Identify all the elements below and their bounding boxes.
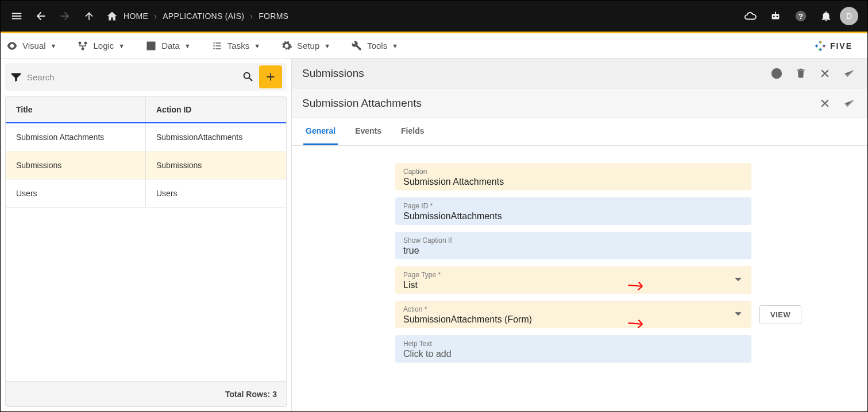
th-title[interactable]: Title [6,97,146,122]
cell-action-id: Submissions [146,151,286,179]
filter-icon[interactable] [10,71,22,83]
tab-events[interactable]: Events [353,118,384,145]
caret-down-icon: ▼ [254,42,260,49]
tab-general[interactable]: General [303,118,338,145]
table-row[interactable]: Submissions Submissions [6,151,286,180]
brand-logo: FIVE [814,40,862,52]
bot-icon[interactable] [764,5,787,28]
avatar[interactable]: D [840,7,858,25]
help-text-field[interactable]: Help Text Click to add [395,335,751,363]
field-value: SubmissionAttachments (Form) [403,314,743,325]
menu-setup-label: Setup [297,41,319,50]
page-id-field[interactable]: Page ID * SubmissionAttachments [395,197,751,225]
cell-action-id: SubmissionAttachments [146,123,286,151]
page-type-field[interactable]: Page Type * List [395,266,751,294]
table-footer: Total Rows: 3 [6,381,286,406]
topbar-left: HOME › APPLICATIONS (AIS) › FORMS [5,5,293,28]
field-label: Page Type * [403,271,743,279]
total-rows: Total Rows: 3 [225,390,277,399]
caret-down-icon: ▼ [324,42,330,49]
chevron-right-icon: › [250,11,253,21]
check-icon[interactable] [841,95,857,111]
back-icon[interactable] [29,5,52,28]
cloud-icon[interactable] [739,5,762,28]
chevron-down-icon [733,309,743,321]
panel-header-submissions: Submissions [292,59,867,88]
svg-point-7 [84,41,87,44]
menu-visual[interactable]: Visual▼ [6,40,56,52]
close-icon[interactable] [817,95,833,111]
menu-tools[interactable]: Tools▼ [351,40,398,52]
panel-title: Submission Attachments [302,97,422,110]
caret-down-icon: ▼ [184,42,191,49]
crumb-forms[interactable]: FORMS [259,11,288,21]
check-icon[interactable] [841,65,857,81]
delete-icon[interactable] [793,65,809,81]
topbar: HOME › APPLICATIONS (AIS) › FORMS ? D [1,1,867,32]
cell-action-id: Users [146,180,286,207]
right-panel: Submissions Submission Attachments Gener… [291,59,867,411]
search-icon[interactable] [242,71,254,83]
panel-header-attachments: Submission Attachments [292,88,867,118]
cell-title: Submission Attachments [6,123,146,151]
panel-actions [817,95,857,111]
chevron-down-icon [733,274,743,286]
caption-field[interactable]: Caption Submission Attachments [395,163,751,191]
back-circle-icon[interactable] [769,65,785,81]
crumb-home[interactable]: HOME [124,11,148,21]
notifications-icon[interactable] [815,5,838,28]
cell-title: Users [6,180,146,207]
help-icon[interactable]: ? [789,5,812,28]
svg-rect-3 [775,12,776,14]
field-label: Page ID * [403,202,743,210]
search-row [5,63,287,91]
left-panel: Title Action ID Submission Attachments S… [1,59,291,411]
table-row[interactable]: Users Users [6,180,286,208]
form-area: Caption Submission Attachments Page ID *… [292,146,867,411]
show-caption-if-field[interactable]: Show Caption If true [395,232,751,259]
svg-point-8 [82,47,84,50]
tab-fields[interactable]: Fields [399,118,426,145]
forward-icon [53,5,76,28]
search-input[interactable] [27,72,237,82]
add-button[interactable] [259,65,282,88]
chevron-right-icon: › [154,11,157,21]
svg-text:?: ? [798,12,803,21]
menu-tasks[interactable]: Tasks▼ [211,40,260,52]
panel-title: Submissions [302,67,364,80]
field-value: Submission Attachments [403,177,743,187]
close-icon[interactable] [817,65,833,81]
menu-logic[interactable]: Logic▼ [77,40,125,52]
table-header: Title Action ID [6,97,286,123]
menu-logic-label: Logic [93,41,114,50]
field-value: Click to add [403,349,743,359]
caret-down-icon: ▼ [118,42,125,49]
action-field[interactable]: Action * SubmissionAttachments (Form) [395,301,751,328]
menu-visual-label: Visual [22,41,46,50]
caret-down-icon: ▼ [51,42,57,49]
up-icon[interactable] [78,5,101,28]
th-action-id[interactable]: Action ID [146,97,286,122]
view-button[interactable]: VIEW [759,305,801,324]
panel-actions [769,65,857,81]
tabs: General Events Fields [292,118,867,146]
menu-tasks-label: Tasks [227,41,249,50]
field-value: List [403,280,743,290]
menu-data-label: Data [161,41,180,50]
svg-point-2 [776,16,778,18]
field-label: Action * [403,305,743,313]
brand-text: FIVE [830,41,852,50]
topbar-right: ? D [739,5,863,28]
hamburger-icon[interactable] [5,5,28,28]
crumb-applications[interactable]: APPLICATIONS (AIS) [163,11,244,21]
field-value: true [403,246,743,256]
menu-tools-label: Tools [367,41,387,50]
menu-data[interactable]: Data▼ [145,40,191,52]
home-icon[interactable] [106,10,118,22]
cell-title: Submissions [6,151,146,179]
svg-point-1 [773,16,775,18]
table-row[interactable]: Submission Attachments SubmissionAttachm… [6,123,286,151]
menu-setup[interactable]: Setup▼ [281,40,330,52]
svg-point-6 [79,41,82,44]
main: Title Action ID Submission Attachments S… [1,59,867,411]
